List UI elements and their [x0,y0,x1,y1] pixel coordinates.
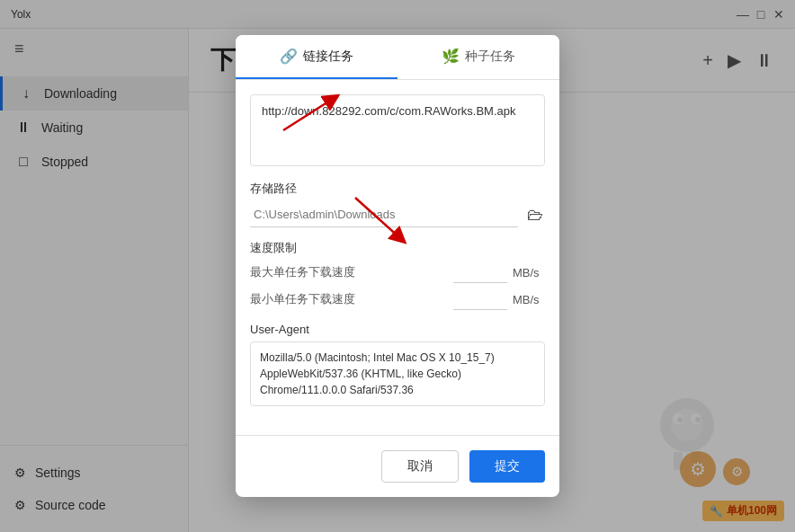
useragent-section: User-Agent Mozilla/5.0 (Macintosh; Intel… [250,323,545,406]
storage-row: 🗁 [250,202,545,227]
submit-button[interactable]: 提交 [469,450,545,483]
speed-section: 速度限制 最大单任务下载速度 MB/s 最小单任务下载速度 MB/s [250,240,545,310]
app-window: Yolx — □ ✕ ≡ ↓ Downloading ⏸ Waiting [0,0,795,532]
url-value: http://down.828292.com/c/com.RAWorks.BM.… [262,104,516,118]
speed-label: 速度限制 [250,240,545,256]
tab-seed-label: 种子任务 [465,49,515,65]
min-speed-row: 最小单任务下载速度 MB/s [250,288,545,310]
max-speed-label: 最大单任务下载速度 [250,264,453,280]
dialog-body: http://down.828292.com/c/com.RAWorks.BM.… [236,80,559,435]
storage-input[interactable] [250,202,518,227]
min-speed-label: 最小单任务下载速度 [250,291,453,307]
useragent-value[interactable]: Mozilla/5.0 (Macintosh; Intel Mac OS X 1… [250,341,545,406]
url-input-area[interactable]: http://down.828292.com/c/com.RAWorks.BM.… [250,94,545,166]
seed-icon: 🌿 [442,48,460,65]
storage-field-group: 存储路径 🗁 [250,181,545,227]
folder-browse-button[interactable]: 🗁 [525,204,545,226]
dialog-tabs: 🔗 链接任务 🌿 种子任务 [236,35,559,80]
max-speed-unit: MB/s [513,266,545,279]
max-speed-row: 最大单任务下载速度 MB/s [250,262,545,283]
min-speed-input[interactable] [453,288,507,310]
tab-seed-task[interactable]: 🌿 种子任务 [398,35,559,79]
cancel-button[interactable]: 取消 [381,450,459,483]
max-speed-input[interactable] [453,262,507,283]
storage-label: 存储路径 [250,181,545,197]
useragent-label: User-Agent [250,323,545,336]
min-speed-unit: MB/s [513,293,545,306]
tab-link-label: 链接任务 [303,49,353,65]
dialog-footer: 取消 提交 [236,435,559,497]
dialog: 🔗 链接任务 🌿 种子任务 http://down.828292.com/c/c… [236,35,559,497]
tab-link-task[interactable]: 🔗 链接任务 [236,35,398,79]
dialog-overlay: 🔗 链接任务 🌿 种子任务 http://down.828292.com/c/c… [0,0,795,532]
link-icon: 🔗 [280,48,298,65]
